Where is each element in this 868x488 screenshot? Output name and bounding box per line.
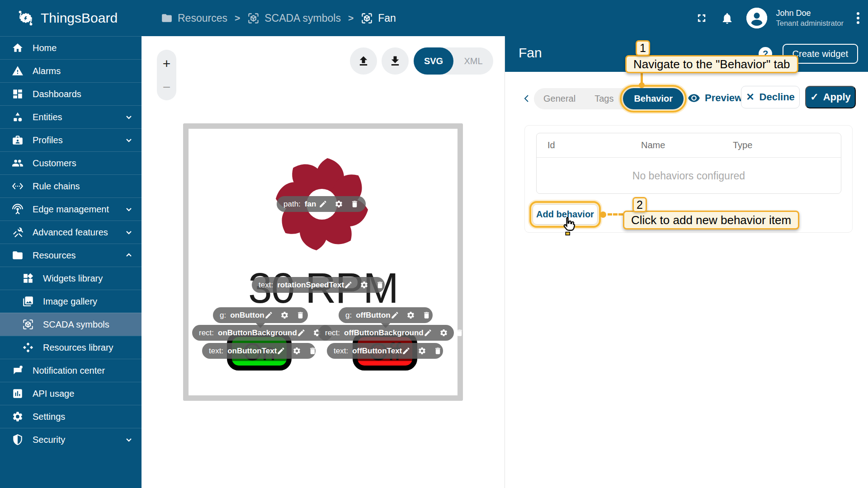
edit-icon[interactable] (344, 281, 353, 289)
thingsboard-logo[interactable]: ThingsBoard (15, 0, 118, 36)
column-header-type: Type (733, 140, 752, 150)
sidebar-item-customers[interactable]: Customers (0, 151, 142, 174)
scada-editor-canvas: + − SVG XML (142, 36, 505, 488)
toggle-svg[interactable]: SVG (414, 47, 453, 75)
breadcrumb-separator: > (348, 13, 354, 23)
step-2-badge: 2 (632, 197, 647, 212)
sidebar-item-alarms[interactable]: Alarms (0, 59, 142, 82)
tag-g-on-button[interactable]: g:onButton (213, 307, 308, 323)
svg-editor-surface[interactable]: 30 RPM On Off path:fan text:rotationSpee… (189, 129, 458, 395)
antenna-icon (12, 203, 24, 215)
settings-icon[interactable] (292, 347, 301, 355)
step-1-connector-line (641, 73, 643, 83)
folder-icon (12, 249, 24, 261)
delete-icon[interactable] (296, 311, 305, 319)
dashboard-icon (12, 88, 24, 100)
breadcrumb-scada-symbols[interactable]: SCADA symbols (247, 12, 341, 24)
home-icon (12, 42, 24, 54)
preview-button[interactable]: Preview (688, 92, 742, 104)
tag-text-on-button-text[interactable]: text:onButtonText (202, 343, 316, 359)
tabs-scroll-left-icon[interactable] (522, 94, 531, 103)
tag-text-off-button-text[interactable]: text:offButtonText (327, 343, 443, 359)
step-1-badge: 1 (636, 40, 650, 56)
rule-chains-icon (12, 180, 24, 192)
download-button[interactable] (382, 47, 409, 75)
delete-icon[interactable] (455, 328, 464, 337)
folder-icon (161, 12, 173, 24)
top-actions: John Doe Tenant administrator (695, 0, 860, 36)
notifications-bell-icon[interactable] (721, 12, 734, 25)
scada-symbol-icon (247, 12, 259, 24)
settings-icon[interactable] (335, 200, 343, 208)
tab-general[interactable]: General (534, 94, 585, 104)
user-role: Tenant administrator (776, 19, 844, 28)
tag-g-off-button[interactable]: g:offButton (339, 307, 433, 323)
step-2-connector-dot (600, 211, 606, 218)
upload-icon (357, 55, 370, 67)
tag-path-fan[interactable]: path:fan (277, 196, 366, 212)
toggle-xml[interactable]: XML (453, 47, 493, 75)
chevron-down-icon (125, 229, 132, 236)
sidebar-item-dashboards[interactable]: Dashboards (0, 82, 142, 105)
sidebar-item-resources-library[interactable]: Resources library (0, 336, 142, 359)
edit-icon[interactable] (402, 347, 410, 355)
sidebar-item-api-usage[interactable]: API usage (0, 382, 142, 405)
sidebar-item-rule-chains[interactable]: Rule chains (0, 174, 142, 197)
image-gallery-icon (22, 296, 34, 307)
sidebar-item-notification-center[interactable]: Notification center (0, 359, 142, 382)
sidebar-item-security[interactable]: Security (0, 428, 142, 451)
eye-icon (688, 92, 700, 104)
step-2-callout: Click to add new behavior item (623, 211, 799, 230)
edit-icon[interactable] (391, 311, 399, 319)
user-info[interactable]: John Doe Tenant administrator (776, 8, 844, 28)
user-avatar[interactable] (746, 8, 767, 28)
delete-icon[interactable] (376, 281, 384, 289)
breadcrumb-fan[interactable]: Fan (361, 12, 396, 24)
symbol-details-panel: Fan ? Create widget General Tags Behavio… (505, 36, 868, 488)
api-usage-chart-icon (12, 388, 24, 399)
tab-tags[interactable]: Tags (585, 94, 623, 104)
sidebar-item-widgets-library[interactable]: Widgets library (0, 267, 142, 290)
sidebar-item-scada-symbols[interactable]: SCADA symbols (0, 313, 142, 336)
edit-icon[interactable] (424, 328, 432, 337)
zoom-out-button[interactable]: − (157, 80, 176, 95)
sidebar-item-advanced-features[interactable]: Advanced features (0, 221, 142, 244)
settings-icon[interactable] (439, 328, 448, 337)
scada-symbol-icon (22, 319, 34, 330)
tag-text-rotation-speed[interactable]: text:rotationSpeedText (252, 277, 385, 293)
notification-center-icon (12, 365, 24, 376)
delete-icon[interactable] (308, 347, 317, 355)
sidebar-item-home[interactable]: Home (0, 36, 142, 59)
scada-symbol-icon (361, 12, 373, 24)
breadcrumb-separator: > (235, 13, 240, 23)
delete-icon[interactable] (350, 200, 359, 208)
sidebar-item-image-gallery[interactable]: Image gallery (0, 290, 142, 313)
apply-button[interactable]: ✓ Apply (805, 86, 856, 108)
upload-button[interactable] (350, 47, 377, 75)
panel-toolbar: General Tags Behavior Preview ✕ Decline … (505, 72, 868, 125)
delete-icon[interactable] (422, 311, 431, 319)
edit-icon[interactable] (264, 311, 273, 319)
sidebar-item-settings[interactable]: Settings (0, 405, 142, 428)
sidebar-item-edge-management[interactable]: Edge management (0, 197, 142, 221)
edit-icon[interactable] (277, 347, 285, 355)
settings-icon[interactable] (406, 311, 415, 319)
settings-icon[interactable] (418, 347, 426, 355)
fullscreen-icon[interactable] (695, 12, 708, 24)
tab-behavior[interactable]: Behavior (623, 88, 684, 109)
zoom-in-button[interactable]: + (157, 56, 176, 71)
sidebar-item-resources[interactable]: Resources (0, 244, 142, 267)
panel-title: Fan (519, 45, 542, 61)
decline-button[interactable]: ✕ Decline (741, 86, 800, 108)
mouse-cursor-pointer (559, 216, 577, 235)
kebab-menu-icon[interactable] (856, 11, 860, 25)
edit-icon[interactable] (297, 328, 306, 337)
sidebar-item-profiles[interactable]: Profiles (0, 128, 142, 151)
settings-icon[interactable] (280, 311, 289, 319)
settings-icon[interactable] (360, 281, 368, 289)
breadcrumb-resources[interactable]: Resources (161, 12, 227, 24)
sidebar-item-entities[interactable]: Entities (0, 105, 142, 128)
badge-icon (12, 134, 24, 146)
delete-icon[interactable] (434, 347, 442, 355)
edit-icon[interactable] (319, 200, 327, 208)
